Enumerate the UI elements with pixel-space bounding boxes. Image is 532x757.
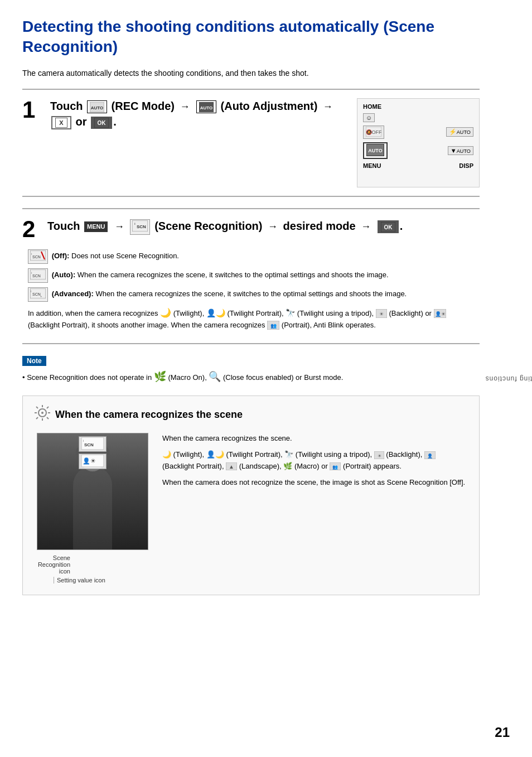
ui-row-home: HOME — [360, 102, 476, 112]
svg-text:i: i — [31, 271, 32, 274]
backlight-portrait-icon-2: 👤 — [424, 450, 436, 459]
svg-text:▲: ▲ — [229, 464, 234, 470]
ui-row-menu: MENU DISP — [360, 161, 476, 171]
svg-point-43 — [41, 412, 43, 414]
svg-text:i: i — [31, 252, 32, 255]
step-2-details: i SCN (Off): Does not use Scene Recognit… — [22, 249, 480, 331]
backlight-portrait-icon: 👤☀ — [434, 309, 446, 317]
info-text-3: When the camera does not recognize the s… — [162, 477, 468, 489]
detail-auto-label: (Auto): — [52, 271, 76, 279]
detail-advanced-label: (Advanced): — [52, 290, 94, 298]
portrait-icon-2: 👥 — [330, 462, 343, 470]
camera-ui-mockup: HOME ☺ 🔕OFF ⚡AUTO AUTO — [357, 98, 480, 187]
arrow-2: → — [323, 101, 333, 112]
svg-text:+: + — [40, 295, 42, 298]
svg-text:SCN: SCN — [137, 224, 146, 229]
step-2-section: 2 Touch MENU → i SCN (Scene Recognition)… — [22, 208, 480, 345]
step-1-instruction: Touch AUTO (REC Mode) → AUTO (Auto Adjus… — [50, 98, 346, 129]
svg-text:☀: ☀ — [377, 454, 381, 459]
arrow-4: → — [268, 221, 278, 232]
info-sun-icon — [34, 404, 51, 425]
svg-text:👤☀: 👤☀ — [434, 311, 445, 317]
scn-icon-step2: i SCN — [130, 219, 150, 235]
svg-text:👥: 👥 — [270, 322, 277, 329]
ui-menu-label: MENU — [363, 162, 381, 169]
svg-text:👤☀: 👤☀ — [83, 457, 96, 465]
rec-mode-icon: AUTO — [87, 100, 107, 114]
macro-on-icon: 🌿 — [154, 371, 166, 382]
ui-scene-off-icon: 🔕OFF — [363, 126, 384, 139]
twilight-icon-2: 🌙 — [162, 450, 171, 459]
ui-row-auto: AUTO ▼AUTO — [360, 141, 476, 161]
step-2-number: 2 — [22, 218, 39, 241]
close-focus-icon: 🔍 — [209, 371, 221, 382]
svg-line-42 — [36, 417, 38, 419]
svg-text:AUTO: AUTO — [91, 105, 104, 110]
arrow-3: → — [114, 221, 124, 232]
portrait-icon: 👥 — [267, 321, 282, 329]
svg-line-40 — [47, 417, 49, 419]
x-icon: X — [51, 116, 71, 130]
svg-text:OK: OK — [98, 120, 107, 126]
info-box-content: i SCN 👤☀ — [34, 433, 468, 584]
detail-off: i SCN (Off): Does not use Scene Recognit… — [28, 249, 480, 264]
arrow-1: → — [180, 101, 190, 112]
backlight-icon: ☀ — [376, 309, 389, 317]
scn-auto-icon: i SCN — [28, 268, 48, 283]
twilight-tripod-icon-2: 🔭 — [284, 450, 293, 459]
svg-text:👤: 👤 — [427, 453, 433, 459]
scn-off-icon: i SCN — [28, 249, 48, 264]
svg-line-39 — [36, 407, 38, 408]
svg-text:AUTO: AUTO — [368, 148, 382, 153]
svg-text:SCN: SCN — [32, 274, 41, 278]
setting-icon-label: Setting value icon — [54, 577, 148, 584]
info-text-2: 🌙 (Twilight), 👤🌙 (Twilight Portrait), 🔭 … — [162, 449, 468, 472]
menu-icon: MENU — [84, 221, 108, 232]
ui-home-label: HOME — [363, 103, 381, 110]
step-1-section: 1 Touch AUTO (REC Mode) → AUTO — [22, 89, 480, 197]
ui-vauto-icon: ▼AUTO — [448, 146, 473, 155]
step-2-instruction: Touch MENU → i SCN (Scene Recognition) →… — [47, 218, 403, 235]
ui-row-scene: 🔕OFF ⚡AUTO — [360, 124, 476, 141]
svg-text:SCN: SCN — [32, 255, 41, 259]
intro-text: The camera automatically detects the sho… — [22, 69, 480, 78]
scene-icon-label: Scene Recognition icon — [37, 555, 70, 575]
info-box-title-text: When the camera recognizes the scene — [55, 409, 243, 421]
ok-icon: OK — [91, 117, 112, 129]
detail-auto-text: When the camera recognizes the scene, it… — [78, 271, 389, 279]
page-title: Detecting the shooting conditions automa… — [22, 17, 480, 57]
ui-disp-label: DISP — [459, 162, 473, 169]
side-label: Using shooting functions — [485, 375, 532, 383]
svg-text:AUTO: AUTO — [200, 105, 213, 110]
ui-flash-icon: ⚡AUTO — [446, 127, 473, 137]
ok-icon-2: OK — [378, 220, 399, 234]
note-section: Note • Scene Recognition does not operat… — [22, 355, 480, 384]
step-2-header: 2 Touch MENU → i SCN (Scene Recognition)… — [22, 218, 480, 241]
info-box: When the camera recognizes the scene — [22, 396, 480, 595]
svg-text:OK: OK — [384, 224, 393, 230]
twilight-portrait-icon-2: 👤🌙 — [206, 450, 224, 459]
scn-adv-icon: i SCN + — [28, 287, 48, 302]
detail-extra: In addition, when the camera recognizes … — [28, 306, 480, 331]
svg-text:🔕OFF: 🔕OFF — [366, 129, 381, 136]
svg-text:SCN: SCN — [32, 292, 41, 296]
landscape-icon: ▲ — [226, 462, 239, 470]
svg-text:👥: 👥 — [332, 464, 338, 470]
ui-auto-icon: AUTO — [363, 142, 388, 159]
detail-off-label: (Off): — [52, 252, 70, 260]
svg-text:☀: ☀ — [379, 311, 384, 317]
scn-overlay-icon: i SCN — [79, 436, 107, 452]
overlay-icons: i SCN 👤☀ — [79, 436, 107, 469]
twilight-tripod-icon: 🔭 — [286, 308, 295, 317]
macro-icon-2: 🌿 — [283, 462, 292, 470]
detail-auto: i SCN (Auto): When the camera recognizes… — [28, 268, 480, 283]
ui-face-icon: ☺ — [363, 113, 375, 122]
svg-text:i: i — [31, 290, 31, 293]
scene-recognition-image: i SCN 👤☀ — [37, 433, 148, 550]
setting-overlay-icon: 👤☀ — [79, 454, 107, 469]
twilight-icon: 🌙 — [160, 308, 171, 317]
info-text-1: When the camera recognizes the scene. — [162, 433, 468, 445]
detail-advanced-text: When the camera recognizes the scene, it… — [95, 290, 407, 298]
svg-text:X: X — [59, 119, 64, 126]
arrow-5: → — [361, 221, 371, 232]
